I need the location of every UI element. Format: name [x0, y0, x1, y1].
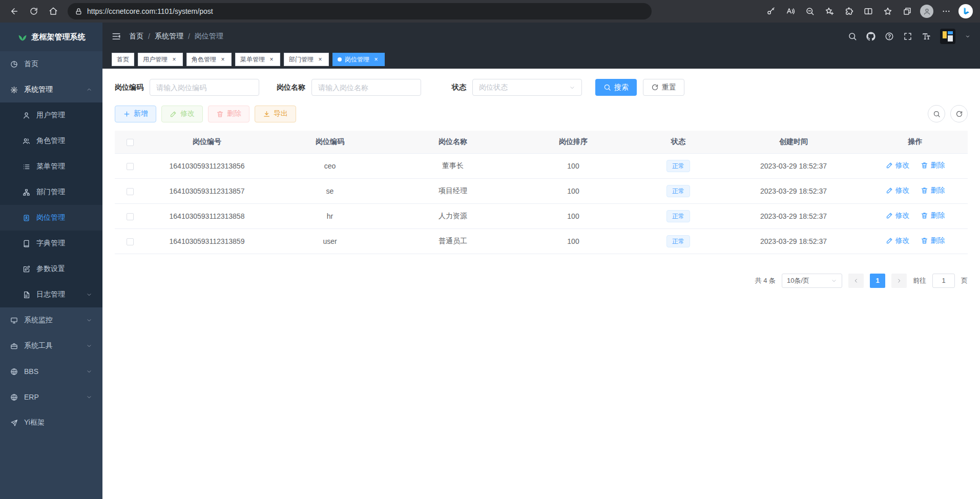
header-created-time: 创建时间: [724, 131, 863, 153]
row-edit-link[interactable]: 修改: [886, 161, 910, 170]
browser-more-button[interactable]: [937, 3, 955, 20]
search-button[interactable]: 搜索: [595, 79, 637, 96]
row-delete-link[interactable]: 删除: [921, 211, 945, 220]
sidebar-item-dept-management[interactable]: 部门管理: [0, 179, 102, 205]
table-row[interactable]: 1641030593112313857 se 项目经理 100 正常 2023-…: [115, 178, 968, 203]
sidebar-collapse-button[interactable]: [112, 32, 121, 41]
font-size-button[interactable]: [922, 32, 931, 41]
sidebar-item-dict-management[interactable]: 字典管理: [0, 231, 102, 256]
collections-button[interactable]: [898, 3, 916, 20]
delete-button[interactable]: 删除: [208, 106, 249, 122]
row-edit-link[interactable]: 修改: [886, 186, 910, 195]
refresh-table-button[interactable]: [950, 105, 968, 122]
browser-refresh-button[interactable]: [25, 3, 43, 20]
tab-close-icon[interactable]: ×: [171, 56, 178, 63]
bing-button[interactable]: [956, 3, 975, 20]
next-page-button[interactable]: [891, 274, 907, 288]
sidebar-item-yi-framework[interactable]: Yi框架: [0, 410, 102, 435]
zoom-button[interactable]: [801, 3, 819, 20]
chevron-down-icon: [86, 343, 92, 349]
browser-home-button[interactable]: [44, 3, 62, 20]
modify-button[interactable]: 修改: [161, 106, 203, 122]
tab-menu-management[interactable]: 菜单管理 ×: [235, 53, 280, 66]
row-edit-link[interactable]: 修改: [886, 211, 910, 220]
help-button[interactable]: [885, 32, 894, 41]
tab-close-icon[interactable]: ×: [219, 56, 226, 63]
sidebar-item-system-monitor[interactable]: 系统监控: [0, 307, 102, 333]
tab-user-management[interactable]: 用户管理 ×: [138, 53, 183, 66]
tab-home[interactable]: 首页: [112, 53, 134, 66]
favorite-page-button[interactable]: [820, 3, 839, 20]
user-menu-caret[interactable]: [965, 33, 971, 39]
row-checkbox[interactable]: [127, 213, 134, 220]
tab-close-icon[interactable]: ×: [268, 56, 275, 63]
row-checkbox[interactable]: [127, 238, 134, 245]
post-name-input[interactable]: [311, 79, 421, 96]
cell-post-id: 1641030593112313859: [145, 228, 268, 254]
sidebar: 意框架管理系统 首页 系统管理 用户管理 角色管理: [0, 23, 102, 499]
tab-dept-management[interactable]: 部门管理 ×: [284, 53, 329, 66]
browser-back-button[interactable]: [5, 3, 24, 20]
sidebar-item-system-tools[interactable]: 系统工具: [0, 333, 102, 359]
password-key-button[interactable]: [762, 3, 780, 20]
add-button[interactable]: 新增: [115, 106, 156, 122]
breadcrumb-system[interactable]: 系统管理: [155, 32, 183, 41]
row-delete-link[interactable]: 删除: [921, 236, 945, 245]
breadcrumb-separator: /: [148, 32, 150, 40]
app-logo[interactable]: 意框架管理系统: [0, 23, 102, 51]
tab-post-management[interactable]: 岗位管理 ×: [332, 53, 385, 66]
gear-icon: [10, 86, 18, 94]
select-all-checkbox[interactable]: [127, 139, 134, 146]
list-icon: [23, 163, 30, 171]
post-code-input[interactable]: [150, 79, 259, 96]
extensions-button[interactable]: [840, 3, 858, 20]
github-button[interactable]: [866, 32, 875, 41]
sidebar-item-bbs[interactable]: BBS: [0, 359, 102, 384]
sidebar-item-param-settings[interactable]: 参数设置: [0, 256, 102, 282]
sidebar-item-post-management[interactable]: 岗位管理: [0, 205, 102, 231]
browser-chrome: https://ccnetcore.com:1101/system/post: [0, 0, 980, 23]
row-delete-link[interactable]: 删除: [921, 161, 945, 170]
breadcrumb-home[interactable]: 首页: [129, 32, 143, 41]
refresh-icon: [955, 110, 963, 118]
sidebar-item-menu-management[interactable]: 菜单管理: [0, 154, 102, 179]
cell-post-id: 1641030593112313857: [145, 178, 268, 203]
sidebar-item-label: 系统管理: [24, 85, 53, 94]
prev-page-button[interactable]: [848, 274, 864, 288]
address-bar[interactable]: https://ccnetcore.com:1101/system/post: [68, 3, 652, 19]
tab-close-icon[interactable]: ×: [317, 56, 324, 63]
tab-role-management[interactable]: 角色管理 ×: [186, 53, 232, 66]
chevron-down-icon: [86, 368, 92, 375]
screen: https://ccnetcore.com:1101/system/post: [0, 0, 980, 499]
sidebar-item-role-management[interactable]: 角色管理: [0, 128, 102, 154]
page-size-select[interactable]: 10条/页: [782, 274, 842, 288]
split-screen-button[interactable]: [859, 3, 878, 20]
user-menu[interactable]: [940, 29, 955, 44]
row-delete-link[interactable]: 删除: [921, 186, 945, 195]
toggle-search-button[interactable]: [928, 105, 945, 122]
export-button[interactable]: 导出: [255, 106, 296, 122]
goto-page-input[interactable]: [932, 274, 955, 288]
header-search-button[interactable]: [848, 32, 857, 41]
page-number-button[interactable]: 1: [870, 274, 885, 288]
browser-profile-button[interactable]: [918, 3, 936, 20]
favorites-bar-button[interactable]: [879, 3, 897, 20]
sidebar-item-erp[interactable]: ERP: [0, 384, 102, 410]
status-select[interactable]: 岗位状态: [472, 79, 582, 96]
table-row[interactable]: 1641030593112313859 user 普通员工 100 正常 202…: [115, 228, 968, 254]
read-aloud-button[interactable]: [781, 3, 800, 20]
tab-close-icon[interactable]: ×: [372, 56, 380, 63]
row-edit-link[interactable]: 修改: [886, 236, 910, 245]
sidebar-item-system-management[interactable]: 系统管理: [0, 77, 102, 102]
cell-post-name: 董事长: [391, 153, 514, 178]
table-row[interactable]: 1641030593112313856 ceo 董事长 100 正常 2023-…: [115, 153, 968, 178]
row-checkbox[interactable]: [127, 163, 134, 170]
reset-button[interactable]: 重置: [643, 79, 684, 96]
sidebar-item-user-management[interactable]: 用户管理: [0, 102, 102, 128]
row-checkbox[interactable]: [127, 188, 134, 195]
sidebar-item-label: 参数设置: [36, 264, 65, 274]
table-row[interactable]: 1641030593112313858 hr 人力资源 100 正常 2023-…: [115, 203, 968, 228]
sidebar-item-log-management[interactable]: 日志管理: [0, 282, 102, 307]
sidebar-item-home[interactable]: 首页: [0, 51, 102, 77]
fullscreen-button[interactable]: [903, 32, 912, 41]
